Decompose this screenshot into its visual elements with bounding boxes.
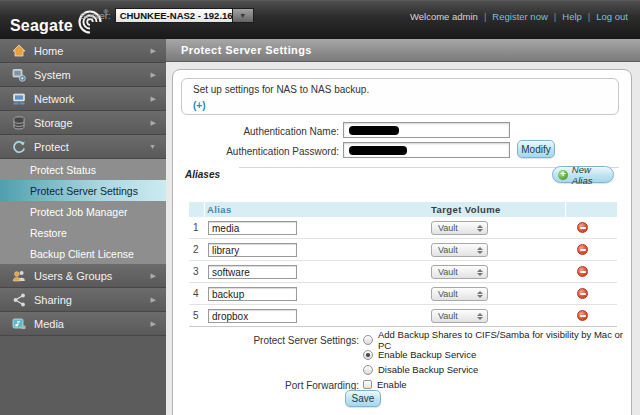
storage-icon [11, 115, 27, 131]
alias-input[interactable] [208, 265, 297, 279]
user-links: Welcome admin | Register now | Help | Lo… [410, 11, 628, 22]
target-volume-select[interactable]: Vault [431, 309, 488, 323]
auth-name-input[interactable] [343, 122, 510, 138]
chevron-down-icon: ▼ [149, 143, 156, 150]
sidebar-subitem-protect-job-manager[interactable]: Protect Job Manager [0, 201, 166, 222]
register-now-link[interactable]: Register now [492, 11, 547, 22]
select-arrows-icon [477, 313, 483, 320]
port-forwarding-label: Port Forwarding: [173, 380, 359, 391]
server-dropdown-value: CHUNKEE-NAS2 - 192.168.1.6 [115, 8, 233, 23]
sidebar-item-label: Storage [34, 117, 73, 129]
new-alias-button[interactable]: New Alias [552, 166, 614, 183]
server-dropdown-arrow-icon[interactable]: ▼ [233, 8, 254, 23]
table-row: 3 Vault [189, 261, 617, 283]
alias-input[interactable] [208, 287, 297, 301]
sidebar-item-network[interactable]: Network ▶ [0, 87, 166, 111]
sidebar-item-system[interactable]: System ▶ [0, 63, 166, 87]
delete-alias-button[interactable] [577, 222, 588, 233]
sidebar-subitem-restore[interactable]: Restore [0, 222, 166, 243]
select-arrows-icon [477, 291, 483, 298]
sidebar-item-label: Sharing [34, 294, 72, 306]
divider: | [484, 11, 486, 22]
subitem-label: Protect Server Settings [30, 185, 138, 197]
delete-alias-button[interactable] [577, 310, 588, 321]
row-number: 3 [193, 266, 199, 277]
sidebar-item-label: Users & Groups [34, 270, 112, 282]
server-selector: Server: CHUNKEE-NAS2 - 192.168.1.6 ▼ [80, 8, 254, 23]
sidebar-item-label: Home [34, 45, 63, 57]
welcome-text: Welcome admin [410, 11, 478, 22]
sidebar-item-storage[interactable]: Storage ▶ [0, 111, 166, 135]
auth-name-label: Authentication Name: [173, 126, 339, 137]
alias-input[interactable] [208, 309, 297, 323]
page-title: Protect Server Settings [181, 44, 312, 56]
select-arrows-icon [477, 247, 483, 254]
sidebar-item-home[interactable]: Home ▶ [0, 39, 166, 63]
alias-input[interactable] [208, 243, 297, 257]
sidebar-item-media[interactable]: Media ▶ [0, 312, 166, 336]
divider: | [554, 11, 556, 22]
chevron-right-icon: ▶ [151, 320, 156, 328]
select-arrows-icon [477, 269, 483, 276]
target-volume-select[interactable]: Vault [431, 287, 488, 301]
option-label: Enable [377, 379, 407, 390]
column-divider [565, 202, 566, 217]
system-icon [11, 67, 27, 83]
delete-alias-button[interactable] [577, 244, 588, 255]
auth-password-input[interactable] [343, 142, 510, 158]
top-bar: Seagate ® Server: CHUNKEE-NAS2 - 192.168… [0, 0, 640, 39]
chevron-right-icon: ▶ [151, 272, 156, 280]
seagate-logo-text: Seagate [10, 17, 73, 35]
delete-alias-button[interactable] [577, 266, 588, 277]
alias-input[interactable] [208, 221, 297, 235]
alias-column-header: Alias [207, 204, 232, 215]
modify-button[interactable]: Modify [517, 140, 555, 158]
sidebar-item-protect[interactable]: Protect ▼ [0, 135, 166, 159]
radio-icon[interactable] [363, 365, 373, 375]
chevron-right-icon: ▶ [151, 47, 156, 55]
radio-icon[interactable] [363, 335, 373, 345]
option-label: Disable Backup Service [378, 364, 478, 375]
sidebar-subitem-protect-server-settings[interactable]: Protect Server Settings [0, 180, 166, 201]
target-volume-value: Vault [438, 223, 458, 233]
protect-icon [11, 139, 27, 155]
alias-table: Alias Target Volume 1 Vault 2 Vault [189, 202, 617, 327]
option-enable-backup-service[interactable]: Enable Backup Service [363, 348, 476, 361]
auth-password-label: Authentication Password: [173, 146, 339, 157]
table-row: 2 Vault [189, 239, 617, 261]
users-icon [11, 268, 27, 284]
divider: | [588, 11, 590, 22]
logout-link[interactable]: Log out [596, 11, 628, 22]
delete-alias-button[interactable] [577, 288, 588, 299]
subitem-label: Protect Status [30, 164, 96, 176]
target-volume-select[interactable]: Vault [431, 265, 488, 279]
subitem-label: Protect Job Manager [30, 206, 127, 218]
option-add-backup-shares[interactable]: Add Backup Shares to CIFS/Samba for visi… [363, 333, 631, 346]
radio-selected-icon[interactable] [363, 350, 373, 360]
row-number: 4 [193, 288, 199, 299]
target-volume-select[interactable]: Vault [431, 243, 488, 257]
table-row: 4 Vault [189, 283, 617, 305]
sidebar-item-sharing[interactable]: Sharing ▶ [0, 288, 166, 312]
sidebar-subitem-backup-client-license[interactable]: Backup Client License [0, 243, 166, 264]
sidebar-item-label: System [34, 69, 71, 81]
redacted-value [358, 128, 396, 135]
target-volume-value: Vault [438, 311, 458, 321]
option-label: Enable Backup Service [378, 349, 476, 360]
option-disable-backup-service[interactable]: Disable Backup Service [363, 363, 478, 376]
checkbox-icon[interactable] [363, 380, 372, 389]
alias-table-header: Alias Target Volume [189, 202, 617, 217]
redacted-value [358, 148, 402, 155]
sidebar-subitem-protect-status[interactable]: Protect Status [0, 159, 166, 180]
column-divider [204, 202, 205, 217]
new-alias-button-label: New Alias [572, 164, 613, 186]
expand-link[interactable]: (+) [193, 100, 206, 111]
chevron-right-icon: ▶ [151, 296, 156, 304]
sidebar-item-users-groups[interactable]: Users & Groups ▶ [0, 264, 166, 288]
row-number: 5 [193, 310, 199, 321]
aliases-section-label: Aliases [185, 169, 220, 180]
target-volume-select[interactable]: Vault [431, 221, 488, 235]
save-button[interactable]: Save [345, 390, 381, 407]
server-dropdown[interactable]: CHUNKEE-NAS2 - 192.168.1.6 ▼ [115, 8, 254, 23]
help-link[interactable]: Help [562, 11, 582, 22]
